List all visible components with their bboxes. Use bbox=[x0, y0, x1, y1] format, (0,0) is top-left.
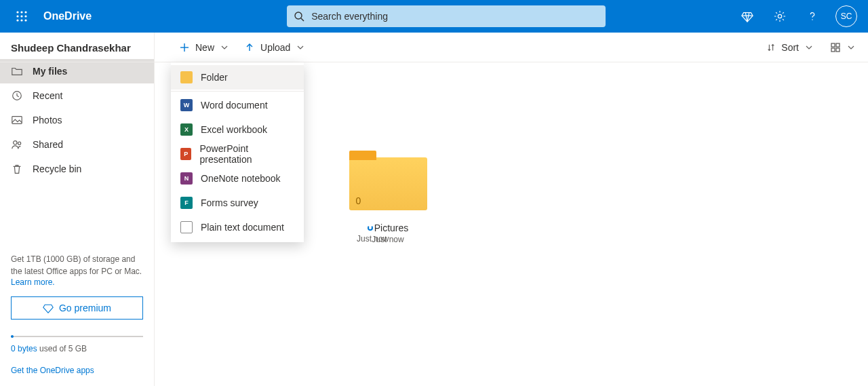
sidebar-item-shared[interactable]: Shared bbox=[0, 132, 154, 157]
new-menu-folder[interactable]: Folder bbox=[171, 65, 304, 90]
storage-bar bbox=[11, 336, 143, 337]
tile-pictures[interactable]: 0 Pictures Just now bbox=[340, 157, 435, 244]
sidebar-item-label: My files bbox=[33, 66, 67, 77]
text-file-icon bbox=[180, 221, 193, 233]
get-apps-link[interactable]: Get the OneDrive apps bbox=[11, 366, 94, 375]
svg-point-5 bbox=[24, 15, 26, 17]
grid-view-icon bbox=[830, 42, 841, 53]
storage-total: used of 5 GB bbox=[37, 344, 87, 353]
svg-point-7 bbox=[20, 19, 22, 21]
svg-rect-20 bbox=[836, 43, 840, 47]
chevron-down-icon bbox=[848, 44, 854, 51]
svg-point-12 bbox=[812, 19, 812, 20]
menu-item-label: Folder bbox=[201, 72, 228, 83]
word-icon: W bbox=[180, 99, 193, 111]
svg-point-6 bbox=[16, 19, 18, 21]
sort-button[interactable]: Sort bbox=[758, 33, 821, 62]
menu-item-label: OneNote notebook bbox=[201, 173, 281, 184]
menu-item-label: Excel workbook bbox=[201, 124, 267, 135]
sidebar-footer: Get 1TB (1000 GB) of storage and the lat… bbox=[0, 246, 154, 386]
svg-point-2 bbox=[24, 11, 26, 13]
forms-icon: F bbox=[180, 197, 193, 209]
svg-rect-22 bbox=[836, 48, 840, 52]
svg-point-8 bbox=[24, 19, 26, 21]
photo-icon bbox=[11, 114, 23, 126]
sidebar-item-label: Recycle bin bbox=[33, 163, 81, 174]
new-menu-onenote[interactable]: N OneNote notebook bbox=[171, 166, 304, 191]
menu-divider bbox=[171, 91, 304, 92]
new-dropdown-menu: Folder W Word document X Excel workbook … bbox=[171, 62, 304, 242]
tile-label: Pictures bbox=[374, 223, 409, 233]
svg-line-10 bbox=[301, 18, 304, 21]
app-header: OneDrive SC bbox=[0, 0, 868, 33]
sidebar-nav: My files Recent Photos Shared Recycle bi… bbox=[0, 59, 154, 181]
go-premium-label: Go premium bbox=[59, 303, 111, 313]
account-avatar[interactable]: SC bbox=[835, 5, 857, 27]
menu-item-label: Forms survey bbox=[201, 197, 258, 208]
search-input[interactable] bbox=[311, 11, 599, 22]
diamond-icon bbox=[43, 303, 54, 313]
svg-point-15 bbox=[14, 141, 17, 144]
sort-label: Sort bbox=[781, 42, 799, 53]
svg-rect-21 bbox=[831, 48, 835, 52]
sidebar-item-recycle-bin[interactable]: Recycle bin bbox=[0, 157, 154, 181]
help-icon bbox=[806, 10, 818, 22]
svg-rect-14 bbox=[12, 117, 22, 124]
command-bar: New Upload Sort bbox=[0, 33, 868, 62]
chevron-down-icon bbox=[221, 44, 228, 51]
new-menu-text[interactable]: Plain text document bbox=[171, 215, 304, 239]
upload-icon bbox=[244, 42, 255, 53]
clock-icon bbox=[11, 90, 23, 102]
new-button[interactable]: New bbox=[171, 33, 236, 62]
settings-button[interactable] bbox=[765, 0, 795, 33]
sidebar: Shudeep Chandrasekhar My files Recent Ph… bbox=[0, 33, 155, 386]
search-icon bbox=[294, 11, 304, 22]
new-menu-powerpoint[interactable]: P PowerPoint presentation bbox=[171, 142, 304, 166]
new-menu-excel[interactable]: X Excel workbook bbox=[171, 117, 304, 142]
hidden-tile-timestamp: Just now bbox=[357, 234, 389, 244]
help-button[interactable] bbox=[797, 0, 827, 33]
gear-icon bbox=[774, 10, 786, 22]
chevron-down-icon bbox=[806, 44, 812, 51]
promo-text-1: Get 1TB (1000 GB) of storage and bbox=[11, 254, 143, 265]
sidebar-item-my-files[interactable]: My files bbox=[0, 59, 154, 83]
folder-icon: 0 bbox=[349, 157, 427, 210]
onenote-icon: N bbox=[180, 172, 193, 185]
spinner-icon bbox=[368, 225, 373, 231]
upload-label: Upload bbox=[260, 42, 290, 53]
trash-icon bbox=[11, 163, 23, 175]
new-menu-word[interactable]: W Word document bbox=[171, 93, 304, 117]
sort-icon bbox=[766, 43, 776, 52]
waffle-icon bbox=[16, 11, 27, 22]
promo-text-2: the latest Office apps for PC or Mac. bbox=[11, 266, 143, 277]
sidebar-item-recent[interactable]: Recent bbox=[0, 83, 154, 108]
people-icon bbox=[11, 138, 23, 151]
menu-item-label: Word document bbox=[201, 100, 268, 111]
svg-point-0 bbox=[16, 11, 18, 13]
new-menu-forms[interactable]: F Forms survey bbox=[171, 191, 304, 215]
svg-point-11 bbox=[778, 14, 781, 18]
view-toggle-button[interactable] bbox=[825, 33, 860, 62]
folder-icon bbox=[180, 71, 193, 83]
svg-point-3 bbox=[16, 15, 18, 17]
learn-more-link[interactable]: Learn more. bbox=[11, 277, 55, 287]
sidebar-item-label: Shared bbox=[33, 139, 63, 150]
svg-rect-19 bbox=[831, 43, 835, 47]
svg-point-9 bbox=[295, 12, 302, 19]
storage-usage-text: 0 bytes used of 5 GB bbox=[11, 344, 143, 353]
go-premium-button[interactable]: Go premium bbox=[11, 296, 143, 320]
sidebar-item-photos[interactable]: Photos bbox=[0, 108, 154, 132]
premium-diamond-button[interactable] bbox=[732, 0, 762, 33]
app-launcher-button[interactable] bbox=[5, 0, 38, 33]
brand-title[interactable]: OneDrive bbox=[38, 10, 97, 22]
folder-count: 0 bbox=[356, 195, 361, 206]
menu-item-label: PowerPoint presentation bbox=[199, 143, 294, 165]
diamond-icon bbox=[741, 10, 753, 22]
storage-used[interactable]: 0 bytes bbox=[11, 344, 37, 353]
search-box[interactable] bbox=[287, 5, 606, 27]
sidebar-item-label: Photos bbox=[33, 115, 62, 126]
upload-button[interactable]: Upload bbox=[236, 33, 312, 62]
svg-point-1 bbox=[20, 11, 22, 13]
menu-item-label: Plain text document bbox=[201, 222, 284, 233]
powerpoint-icon: P bbox=[180, 148, 191, 160]
